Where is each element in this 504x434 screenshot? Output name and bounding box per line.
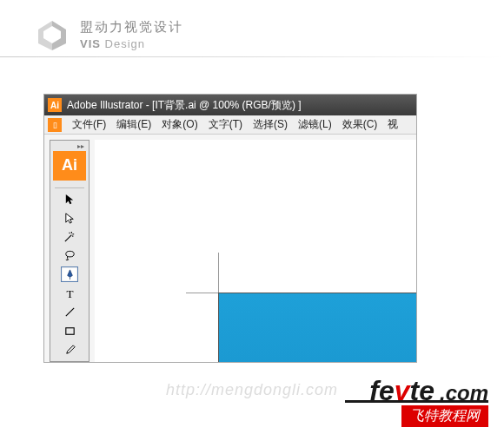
toolbox-collapse-icon[interactable]: ▸▸ xyxy=(77,142,84,149)
toolbox-divider xyxy=(55,187,84,188)
menu-view[interactable]: 视 xyxy=(382,117,403,132)
paintbrush-tool[interactable] xyxy=(61,342,78,358)
menu-file[interactable]: 文件(F) xyxy=(67,117,111,132)
work-area: ▸▸ Ai T xyxy=(44,135,416,362)
lasso-tool[interactable] xyxy=(61,248,78,264)
pen-tool[interactable] xyxy=(61,266,78,282)
menu-new-icon[interactable]: ▯ xyxy=(48,118,62,132)
menubar: ▯ 文件(F) 编辑(E) 对象(O) 文字(T) 选择(S) 滤镜(L) 效果… xyxy=(44,115,416,135)
type-tool[interactable]: T xyxy=(61,286,78,301)
rectangle-tool[interactable] xyxy=(61,324,78,339)
illustrator-window: Ai Adobe Illustrator - [IT背景.ai @ 100% (… xyxy=(43,94,417,363)
page-header: 盟动力视觉设计 VIS Design xyxy=(0,0,504,52)
footer-brand: fevte .com 飞特教程网 xyxy=(369,375,488,427)
svg-rect-3 xyxy=(65,328,73,335)
menu-effect[interactable]: 效果(C) xyxy=(337,117,383,132)
line-tool[interactable] xyxy=(61,305,78,320)
fevte-cn: 飞特教程网 xyxy=(401,405,488,427)
titlebar[interactable]: Ai Adobe Illustrator - [IT背景.ai @ 100% (… xyxy=(44,95,416,115)
toolbox-logo-icon: Ai xyxy=(53,151,86,181)
fevte-logo: fevte .com xyxy=(369,375,488,407)
direct-selection-tool[interactable] xyxy=(61,210,78,226)
selection-tool[interactable] xyxy=(61,192,78,207)
artboard-guide-v xyxy=(218,253,219,296)
svg-text:T: T xyxy=(66,287,73,300)
branding: 盟动力视觉设计 VIS Design xyxy=(80,19,183,50)
canvas[interactable] xyxy=(95,140,416,362)
brand-logo-icon xyxy=(35,17,70,52)
toolbox: ▸▸ Ai T xyxy=(50,140,90,362)
brand-cn: 盟动力视觉设计 xyxy=(80,19,183,36)
titlebar-text: Adobe Illustrator - [IT背景.ai @ 100% (RGB… xyxy=(67,98,302,113)
brand-en: VIS Design xyxy=(80,37,183,50)
menu-select[interactable]: 选择(S) xyxy=(248,117,293,132)
magic-wand-tool[interactable] xyxy=(61,229,78,245)
app-icon: Ai xyxy=(48,98,62,112)
menu-edit[interactable]: 编辑(E) xyxy=(111,117,156,132)
artboard[interactable] xyxy=(218,293,416,362)
svg-point-0 xyxy=(65,251,73,257)
svg-line-2 xyxy=(65,308,73,316)
menu-object[interactable]: 对象(O) xyxy=(156,117,202,132)
menu-type[interactable]: 文字(T) xyxy=(203,117,248,132)
header-divider xyxy=(0,56,504,57)
menu-filter[interactable]: 滤镜(L) xyxy=(293,117,337,132)
